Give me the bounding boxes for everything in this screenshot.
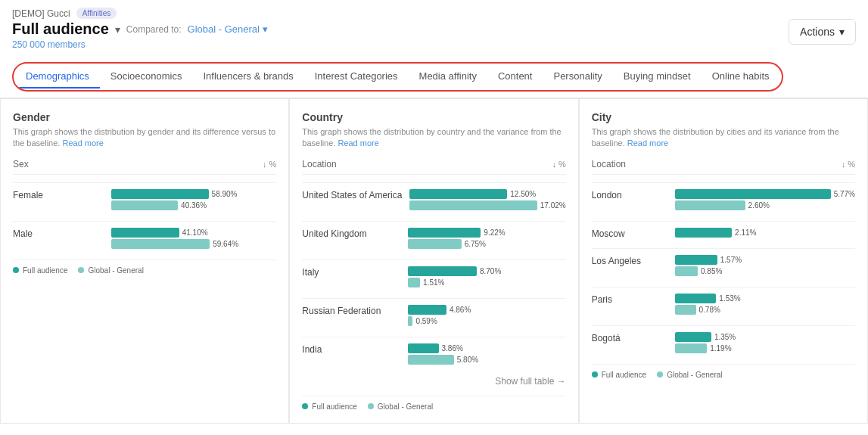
country-row-2: Italy 8.70% 1.51% [302, 259, 565, 289]
tab-interest-categories[interactable]: Interest Categories [304, 65, 409, 89]
gender-read-more[interactable]: Read more [62, 138, 103, 148]
tab-demographics[interactable]: Demographics [15, 65, 100, 89]
audience-title: Full audience [12, 20, 109, 38]
country-title: Country [302, 111, 565, 123]
tabs-container: Demographics Socioeconomics Influencers … [0, 56, 868, 98]
content-grid: Gender This graph shows the distribution… [0, 98, 868, 424]
city-desc: This graph shows the distribution by cit… [592, 126, 855, 150]
male-secondary-pct: 59.64% [213, 240, 238, 248]
brand-row: [DEMO] Gucci Affinities Full audience ▾ … [12, 8, 268, 56]
gender-legend-primary: Full audience [13, 266, 67, 275]
tab-media-affinity[interactable]: Media affinity [409, 65, 487, 89]
city-read-more[interactable]: Read more [627, 138, 668, 148]
city-col-label: Location [592, 159, 626, 169]
compared-to-label: Compared to: [126, 24, 182, 35]
actions-chevron-icon: ▾ [839, 26, 845, 38]
country-legend-secondary: Global - General [368, 402, 433, 411]
tab-online-habits[interactable]: Online habits [702, 65, 780, 89]
city-legend-secondary: Global - General [657, 371, 722, 379]
show-full-table-link[interactable]: Show full table → [495, 376, 565, 387]
gender-title: Gender [13, 111, 276, 123]
city-col-sort[interactable]: ↓ % [842, 160, 855, 169]
city-row-2: Los Angeles 1.57% 0.85% [592, 248, 855, 278]
country-legend-primary: Full audience [302, 402, 356, 411]
tabs-wrapper: Demographics Socioeconomics Influencers … [12, 62, 783, 92]
tab-content[interactable]: Content [487, 65, 543, 89]
country-col-label: Location [302, 159, 336, 169]
tab-personality[interactable]: Personality [543, 65, 612, 89]
country-row-1: United Kingdom 9.22% 6.75% [302, 221, 565, 250]
brand-section: [DEMO] Gucci Affinities Full audience ▾ … [12, 8, 268, 56]
country-card: Country This graph shows the distributio… [289, 98, 578, 424]
gender-male-row: Male 41.10% 59.64% [13, 221, 276, 250]
audience-chevron-icon[interactable]: ▾ [115, 23, 120, 36]
header: [DEMO] Gucci Affinities Full audience ▾ … [0, 0, 868, 56]
members-count: 250 000 members [12, 39, 268, 56]
female-primary-pct: 58.90% [212, 190, 238, 198]
country-desc: This graph shows the distribution by cou… [302, 126, 565, 150]
city-row-3: Paris 1.53% 0.78% [592, 287, 855, 316]
tab-influencers[interactable]: Influencers & brands [192, 65, 303, 89]
country-col-sort[interactable]: ↓ % [552, 160, 565, 169]
gender-col-sort[interactable]: ↓ % [263, 160, 276, 169]
city-title: City [592, 111, 855, 123]
city-row-4: Bogotá 1.35% 1.19% [592, 325, 855, 355]
gender-legend-secondary: Global - General [78, 266, 143, 275]
city-row-0: London 5.77% 2.60% [592, 182, 855, 212]
country-rows: United States of America 12.50% 17.02% U… [302, 182, 565, 366]
city-legend-primary: Full audience [592, 371, 646, 379]
city-row-1: Moscow 2.11% [592, 221, 855, 239]
country-read-more[interactable]: Read more [338, 138, 378, 148]
gender-col-label: Sex [13, 159, 29, 169]
city-rows: London 5.77% 2.60% Moscow 2.11% Los Ange… [592, 182, 855, 355]
gender-card: Gender This graph shows the distribution… [0, 98, 289, 424]
gender-desc: This graph shows the distribution by gen… [13, 126, 276, 150]
country-row-4: India 3.86% 5.80% [302, 337, 565, 366]
country-row-0: United States of America 12.50% 17.02% [302, 182, 565, 212]
male-primary-pct: 41.10% [182, 228, 208, 237]
tab-socioeconomics[interactable]: Socioeconomics [100, 65, 193, 89]
female-secondary-pct: 40.36% [181, 201, 207, 210]
actions-button[interactable]: Actions ▾ [789, 19, 856, 45]
tab-buying-mindset[interactable]: Buying mindset [613, 65, 702, 89]
country-row-3: Russian Federation 4.86% 0.59% [302, 298, 565, 328]
gender-female-row: Female 58.90% 40.36% [13, 182, 276, 212]
affinities-badge: Affinities [76, 8, 117, 19]
app-container: [DEMO] Gucci Affinities Full audience ▾ … [0, 0, 868, 424]
city-card: City This graph shows the distribution b… [579, 98, 868, 424]
compared-value[interactable]: Global - General ▾ [188, 23, 268, 35]
brand-name: [DEMO] Gucci [12, 8, 70, 19]
